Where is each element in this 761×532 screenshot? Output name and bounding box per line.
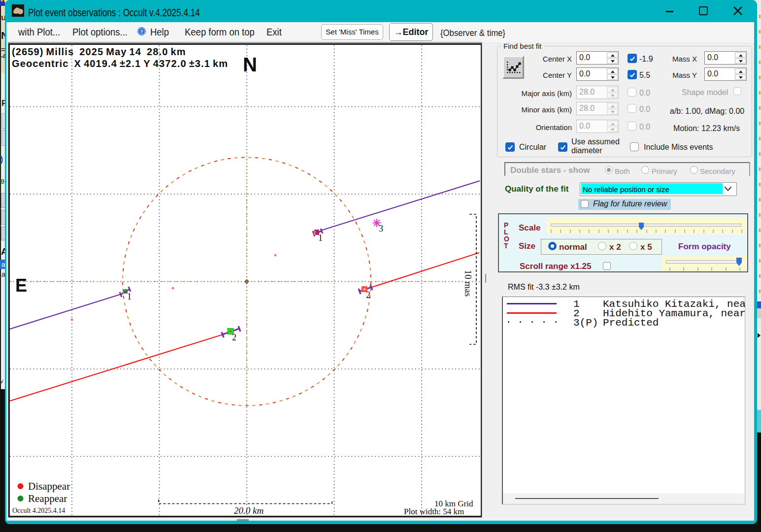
svg-text:(2659) Millis 2025 May 14 28.0: (2659) Millis 2025 May 14 28.0 km <box>12 46 186 57</box>
svg-text:3: 3 <box>379 224 383 233</box>
svg-text:1: 1 <box>318 233 323 243</box>
svg-text:2: 2 <box>366 290 370 300</box>
svg-text:1: 1 <box>127 292 132 301</box>
svg-text:N: N <box>243 54 257 75</box>
svg-text:Occult 4.2025.4.14: Occult 4.2025.4.14 <box>12 507 65 514</box>
svg-text:10 mas: 10 mas <box>463 270 473 297</box>
svg-text:Reappear: Reappear <box>28 493 67 504</box>
svg-text:E: E <box>15 275 27 296</box>
svg-text:?: ? <box>140 29 143 34</box>
svg-text:2: 2 <box>232 332 236 342</box>
svg-text:Plot width: 54 km: Plot width: 54 km <box>404 507 464 515</box>
svg-text:Disappear: Disappear <box>28 480 70 492</box>
svg-text:Geocentric X 4019.4 ±2.1 Y 437: Geocentric X 4019.4 ±2.1 Y 4372.0 ±3.1 k… <box>12 58 228 69</box>
svg-text:20.0 km: 20.0 km <box>234 505 264 515</box>
